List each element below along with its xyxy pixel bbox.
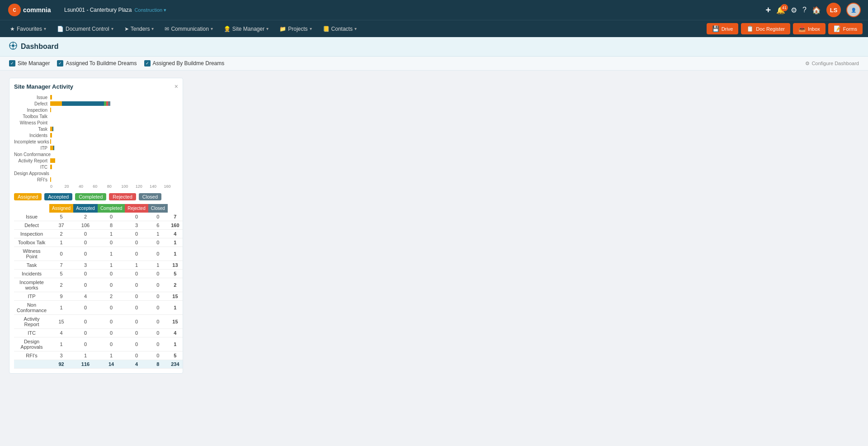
- legend-item[interactable]: Assigned: [14, 193, 42, 200]
- table-row[interactable]: Incidents500005: [14, 270, 183, 278]
- inbox-button[interactable]: 📥 Inbox: [793, 23, 826, 34]
- table-cell-value: 0: [98, 278, 125, 292]
- configure-dashboard-button[interactable]: ⚙ Configure Dashboard: [805, 61, 859, 66]
- table-cell-value: 2: [98, 292, 125, 301]
- table-cell-value: 0: [73, 247, 98, 261]
- table-row[interactable]: Toolbox Talk100001: [14, 238, 183, 247]
- table-cell-value: 0: [125, 351, 148, 360]
- legend-item[interactable]: Rejected: [109, 193, 136, 200]
- user-avatar[interactable]: LS: [826, 3, 841, 17]
- chart-row: ITP: [14, 145, 178, 151]
- table-total-cell: 116: [73, 360, 98, 369]
- doc-register-button[interactable]: 📋 Doc Register: [741, 23, 790, 34]
- axis-tick: 0: [50, 184, 64, 189]
- chart-row-bars: [50, 158, 178, 163]
- table-cell-value: 106: [73, 221, 98, 230]
- table-cell-value: 6: [148, 221, 168, 230]
- checkbox-assigned-to[interactable]: ✓: [57, 60, 63, 66]
- checkbox-site-manager[interactable]: ✓: [9, 60, 15, 66]
- bar-segment: [50, 108, 51, 112]
- table-cell-label: Non Conformance: [14, 301, 49, 315]
- logo[interactable]: C commnia: [7, 3, 57, 17]
- menu-item-projects[interactable]: 📁 Projects ▾: [275, 23, 316, 35]
- menu-item-favourites[interactable]: ★ Favourites ▾: [5, 23, 51, 35]
- legend-item[interactable]: Accepted: [44, 193, 72, 200]
- forms-button[interactable]: 📝 Forms: [828, 23, 863, 34]
- legend-item[interactable]: Completed: [75, 193, 106, 200]
- table-row[interactable]: Incomplete works200002: [14, 278, 183, 292]
- main-content: Site Manager Activity × IssueDefectInspe…: [0, 71, 868, 381]
- settings-button[interactable]: ⚙: [791, 6, 797, 14]
- help-button[interactable]: ?: [802, 6, 807, 14]
- chart-row-bars: [50, 101, 178, 106]
- menu-bar: ★ Favourites ▾ 📄 Document Control ▾ ➤ Te…: [0, 20, 868, 37]
- menu-item-communication[interactable]: ✉ Communication ▾: [160, 23, 217, 35]
- axis-tick: 80: [107, 184, 121, 189]
- table-header-rejected: Rejected: [125, 204, 148, 213]
- chart-row-bars: [50, 152, 178, 157]
- table-row[interactable]: Defect37106836160: [14, 221, 183, 230]
- table-row[interactable]: Witness Point001001: [14, 247, 183, 261]
- bar-segment: [62, 101, 104, 106]
- chart-row-label: Inspection: [14, 108, 50, 113]
- menu-item-tenders[interactable]: ➤ Tenders ▾: [120, 23, 159, 35]
- filter-assigned-to[interactable]: ✓ Assigned To Buildme Dreams: [57, 60, 137, 66]
- menu-item-contacts[interactable]: 📒 Contacts ▾: [318, 23, 361, 35]
- home-button[interactable]: 🏠: [812, 6, 821, 14]
- table-row[interactable]: ITP9420015: [14, 292, 183, 301]
- widget-close-button[interactable]: ×: [175, 83, 178, 90]
- table-row[interactable]: RFI's311005: [14, 351, 183, 360]
- svg-text:commnia: commnia: [23, 6, 51, 14]
- menu-item-site-manager[interactable]: 👷 Site Manager ▾: [219, 23, 273, 35]
- table-cell-value: 0: [98, 329, 125, 337]
- chart-row: RFI's: [14, 177, 178, 182]
- table-cell-total: 13: [168, 261, 183, 270]
- checkbox-assigned-by[interactable]: ✓: [144, 60, 151, 66]
- add-button[interactable]: +: [765, 5, 771, 15]
- user-profile-pic[interactable]: 👤: [846, 3, 861, 17]
- table-cell-value: 0: [49, 247, 73, 261]
- chart-row-label: Activity Report: [14, 158, 50, 163]
- table-header-: [14, 204, 49, 213]
- chart-row-bars: [50, 171, 178, 176]
- chart-row: Toolbox Talk: [14, 114, 178, 119]
- table-cell-value: 8: [98, 221, 125, 230]
- notifications-button[interactable]: 🔔 41: [776, 6, 785, 14]
- top-navigation: C commnia Lsun001 - Canterbury Plaza Con…: [0, 0, 868, 20]
- table-cell-value: 0: [73, 301, 98, 315]
- table-row[interactable]: Activity Report15000015: [14, 315, 183, 329]
- legend-item[interactable]: Closed: [139, 193, 161, 200]
- chart-axis: 020406080100120140160: [14, 184, 178, 189]
- table-total-cell: 234: [168, 360, 183, 369]
- table-row[interactable]: ITC400004: [14, 329, 183, 337]
- chart-row: Incidents: [14, 133, 178, 138]
- filter-site-manager[interactable]: ✓ Site Manager: [9, 60, 50, 66]
- chart-row-label: ITC: [14, 165, 50, 170]
- bar-segment: [50, 95, 52, 100]
- table-cell-label: Task: [14, 261, 49, 270]
- chart-row-label: Toolbox Talk: [14, 114, 50, 119]
- table-row[interactable]: Task7311113: [14, 261, 183, 270]
- table-row[interactable]: Issue520007: [14, 213, 183, 221]
- table-row[interactable]: Design Approvals100001: [14, 337, 183, 351]
- table-cell-label: Design Approvals: [14, 337, 49, 351]
- table-cell-value: 0: [148, 213, 168, 221]
- axis-tick: 160: [164, 184, 178, 189]
- table-cell-value: 0: [73, 278, 98, 292]
- table-cell-value: 0: [125, 270, 148, 278]
- menu-item-document-control[interactable]: 📄 Document Control ▾: [52, 23, 118, 35]
- table-row[interactable]: Non Conformance100001: [14, 301, 183, 315]
- table-cell-value: 0: [98, 213, 125, 221]
- table-cell-value: 0: [148, 315, 168, 329]
- table-row[interactable]: Inspection201014: [14, 230, 183, 238]
- table-total-cell: 92: [49, 360, 73, 369]
- table-cell-value: 0: [73, 230, 98, 238]
- table-cell-value: 0: [148, 301, 168, 315]
- table-cell-value: 3: [49, 351, 73, 360]
- drive-button[interactable]: 💾 Drive: [707, 23, 739, 34]
- filter-assigned-by[interactable]: ✓ Assigned By Buildme Dreams: [144, 60, 225, 66]
- chart-area: IssueDefectInspectionToolbox TalkWitness…: [14, 95, 178, 189]
- table-cell-value: 0: [73, 270, 98, 278]
- table-cell-value: 4: [49, 329, 73, 337]
- table-cell-value: 15: [49, 315, 73, 329]
